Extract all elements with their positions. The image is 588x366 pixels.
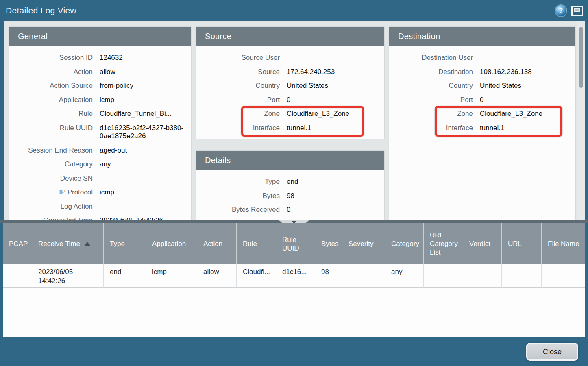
field-source-zone: ZoneCloudflare_L3_Zone — [196, 107, 384, 121]
window-icon-inner — [574, 8, 580, 12]
cell-action[interactable]: allow — [197, 264, 237, 288]
dialog-title: Detailed Log View — [6, 6, 76, 15]
cell-type[interactable]: end — [104, 264, 146, 288]
source-panel: Source Source User Source172.64.240.253 … — [196, 27, 384, 139]
column-header-rule[interactable]: Rule — [237, 223, 276, 264]
field-destination-port: Port0 — [389, 93, 575, 107]
column-header-type[interactable]: Type — [104, 223, 146, 264]
field-action-source: Action Sourcefrom-policy — [9, 79, 191, 93]
log-entries-table: PCAP Receive Time Type Application Actio… — [3, 223, 585, 337]
window-icon[interactable] — [571, 6, 583, 16]
field-rule-uuid: Rule UUIDd1c16235-b2f2-4327-b380-0ae1875… — [9, 121, 191, 144]
field-application: Applicationicmp — [9, 93, 191, 107]
field-device-sn: Device SN — [9, 172, 191, 186]
destination-panel: Destination Destination User Destination… — [389, 27, 575, 220]
field-type: Typeend — [196, 175, 384, 189]
details-panel: Details Typeend Bytes98 Bytes Received0 — [196, 151, 384, 220]
cell-bytes[interactable]: 98 — [315, 264, 342, 288]
field-destination: Destination108.162.236.138 — [389, 65, 575, 79]
field-bytes: Bytes98 — [196, 189, 384, 203]
cell-rule[interactable]: Cloudfl... — [237, 264, 276, 288]
sort-asc-icon — [84, 242, 91, 246]
general-panel-header: General — [9, 27, 191, 46]
column-header-severity[interactable]: Severity — [342, 223, 385, 264]
field-session-end-reason: Session End Reasonaged-out — [9, 144, 191, 158]
column-header-rule-uuid[interactable]: Rule UUID — [276, 223, 315, 264]
column-header-application[interactable]: Application — [146, 223, 197, 264]
field-source-port: Port0 — [196, 93, 384, 107]
field-generated-time: Generated Time2023/06/05 14:42:26 — [9, 214, 191, 220]
destination-panel-header: Destination — [389, 27, 575, 46]
cell-category[interactable]: any — [385, 264, 424, 288]
cell-file-name[interactable] — [542, 264, 585, 288]
detailed-log-view-dialog: Detailed Log View ? General Session ID12… — [0, 0, 588, 366]
panel-table-splitter[interactable] — [0, 220, 588, 223]
column-header-receive-time[interactable]: Receive Time — [32, 223, 104, 264]
column-header-pcap[interactable]: PCAP — [3, 223, 32, 264]
middle-column: Source Source User Source172.64.240.253 … — [196, 27, 384, 220]
column-header-url[interactable]: URL — [502, 223, 542, 264]
column-header-file-name[interactable]: File Name — [542, 223, 585, 264]
field-category: Categoryany — [9, 157, 191, 172]
field-ip-protocol: IP Protocolicmp — [9, 185, 191, 200]
cell-rule-uuid[interactable]: d1c16... — [276, 264, 315, 288]
field-destination-interface: Interfacetunnel.1 — [389, 121, 575, 135]
column-header-verdict[interactable]: Verdict — [463, 223, 502, 264]
field-destination-zone: ZoneCloudflare_L3_Zone — [389, 107, 575, 121]
scrollbar-thumb[interactable] — [579, 27, 583, 88]
column-header-bytes[interactable]: Bytes — [315, 223, 342, 264]
field-source-user: Source User — [196, 51, 384, 65]
details-panel-header: Details — [196, 151, 384, 170]
column-header-url-category-list[interactable]: URL Category List — [424, 223, 463, 264]
cell-receive-time[interactable]: 2023/06/05 14:42:26 — [32, 264, 104, 288]
close-button[interactable]: Close — [526, 343, 578, 361]
source-panel-header: Source — [196, 27, 384, 46]
cell-url[interactable] — [502, 264, 542, 288]
field-action: Actionallow — [9, 65, 191, 79]
cell-application[interactable]: icmp — [146, 264, 197, 288]
log-detail-content: General Session ID124632 Actionallow Act… — [4, 21, 584, 220]
field-destination-country: CountryUnited States — [389, 79, 575, 93]
cell-verdict[interactable] — [463, 264, 502, 288]
title-bar: Detailed Log View ? — [0, 0, 588, 21]
content-scrollbar[interactable] — [577, 21, 585, 220]
field-session-id: Session ID124632 — [9, 51, 191, 65]
cell-pcap[interactable] — [3, 264, 32, 288]
titlebar-icons: ? — [555, 5, 583, 16]
field-source-country: CountryUnited States — [196, 79, 384, 93]
cell-url-category-list[interactable] — [424, 264, 463, 288]
field-rule: RuleCloudflare_Tunnel_Bi... — [9, 107, 191, 121]
cell-severity[interactable] — [342, 264, 385, 288]
field-bytes-received: Bytes Received0 — [196, 203, 384, 217]
column-header-action[interactable]: Action — [197, 223, 237, 264]
field-log-action: Log Action — [9, 200, 191, 214]
column-header-category[interactable]: Category — [385, 223, 424, 264]
field-source-interface: Interfacetunnel.1 — [196, 121, 384, 135]
help-icon[interactable]: ? — [555, 5, 566, 16]
field-destination-user: Destination User — [389, 51, 575, 65]
field-source: Source172.64.240.253 — [196, 65, 384, 79]
general-panel: General Session ID124632 Actionallow Act… — [9, 27, 191, 220]
